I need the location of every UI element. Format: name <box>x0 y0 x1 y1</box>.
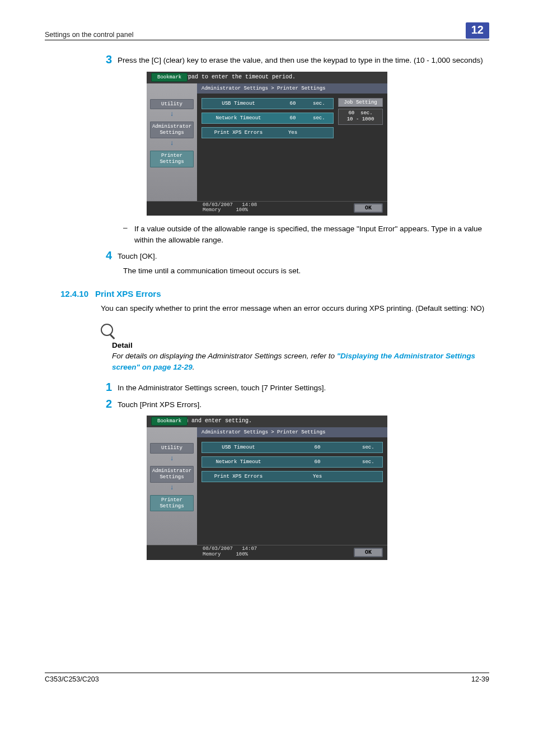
row-value: Yes <box>275 130 311 136</box>
down-arrow-icon: ↓ <box>150 110 194 118</box>
row-value: 60 <box>275 101 311 106</box>
running-header: Settings on the control panel <box>45 31 133 39</box>
row-usb-timeout[interactable]: USB Timeout 60 sec. <box>202 442 383 453</box>
row-unit: sec. <box>360 459 382 465</box>
sidebar-item-printer-settings[interactable]: Printer Settings <box>150 495 194 512</box>
status-bar: 08/03/2007 14:08 Memory 100% <box>203 203 257 214</box>
sidebar-item-printer-settings[interactable]: Printer Settings <box>150 151 194 167</box>
row-unit: sec. <box>311 101 333 106</box>
section-number: 12.4.10 <box>45 289 95 298</box>
sidebar-item-utility[interactable]: Utility <box>150 443 194 454</box>
job-setting-header: Job Setting <box>338 98 383 107</box>
step-number: 3 <box>95 54 118 66</box>
row-print-xps-errors[interactable]: Print XPS Errors Yes <box>202 471 383 482</box>
status-bar: 08/03/2007 14:07 Memory 100% <box>203 547 257 558</box>
bookmark-button[interactable]: Bookmark <box>151 417 188 426</box>
row-usb-timeout[interactable]: USB Timeout 60 sec. <box>202 98 334 109</box>
sidebar-item-admin[interactable]: Administrator Settings <box>150 122 194 138</box>
sidebar-item-utility[interactable]: Utility <box>150 99 194 110</box>
step-text: Touch [Print XPS Errors]. <box>118 398 489 410</box>
dash-bullet: – <box>123 223 134 245</box>
row-value: 60 <box>275 115 311 121</box>
down-arrow-icon: ↓ <box>150 484 194 492</box>
step-text: Press the [C] (clear) key to erase the v… <box>118 54 489 66</box>
ok-button[interactable]: OK <box>354 203 383 213</box>
row-unit: sec. <box>311 115 333 121</box>
row-label: Network Timeout <box>202 459 275 465</box>
job-setting-value: 60 sec. 10 - 1000 <box>338 109 383 125</box>
down-arrow-icon: ↓ <box>150 455 194 463</box>
breadcrumb: Administrator Settings > Printer Setting… <box>197 83 387 94</box>
down-arrow-icon: ↓ <box>150 139 194 147</box>
detail-text: For details on displaying the Administra… <box>112 351 489 372</box>
magnifier-icon <box>101 324 113 336</box>
row-value: Yes <box>275 474 360 479</box>
row-network-timeout[interactable]: Network Timeout 60 sec. <box>202 456 383 468</box>
row-label: Print XPS Errors <box>202 130 275 136</box>
row-label: USB Timeout <box>202 101 275 106</box>
footer-model: C353/C253/C203 <box>45 675 99 683</box>
row-network-timeout[interactable]: Network Timeout 60 sec. <box>202 113 334 124</box>
row-print-xps-errors[interactable]: Print XPS Errors Yes <box>202 127 334 138</box>
row-label: Network Timeout <box>202 115 275 121</box>
ok-button[interactable]: OK <box>354 548 383 557</box>
bookmark-button[interactable]: Bookmark <box>151 73 188 82</box>
row-value: 60 <box>275 445 360 450</box>
row-value: 60 <box>275 459 360 465</box>
row-label: USB Timeout <box>202 445 275 450</box>
row-unit: sec. <box>360 445 382 450</box>
section-intro: You can specify whether to print the err… <box>101 303 489 314</box>
control-panel-screenshot: Use the keypad to enter the timeout peri… <box>147 72 387 216</box>
result-text: The time until a communication timeout o… <box>123 265 489 277</box>
control-panel-screenshot: Select item and enter setting. Bookmark … <box>147 416 387 560</box>
detail-label: Detail <box>112 341 489 349</box>
step-number: 2 <box>95 398 118 410</box>
step-number: 1 <box>95 381 118 394</box>
step-text: In the Administrator Settings screen, to… <box>118 381 489 394</box>
chapter-badge: 12 <box>466 22 489 39</box>
sidebar-item-admin[interactable]: Administrator Settings <box>150 466 194 483</box>
step-text: Touch [OK]. <box>118 250 489 262</box>
row-label: Print XPS Errors <box>202 474 275 479</box>
step-number: 4 <box>95 250 118 262</box>
section-title: Print XPS Errors <box>95 289 161 298</box>
breadcrumb: Administrator Settings > Printer Setting… <box>197 427 387 437</box>
footer-page: 12-39 <box>471 675 489 683</box>
note-text: If a value outside of the allowable rang… <box>134 223 489 245</box>
